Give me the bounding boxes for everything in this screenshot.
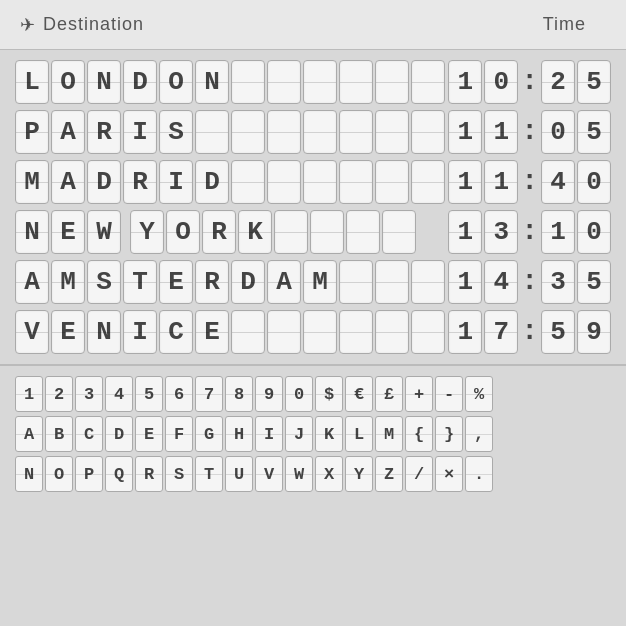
time-separator: : bbox=[521, 60, 538, 104]
flip-cell: S bbox=[159, 110, 193, 154]
flip-cell: S bbox=[87, 260, 121, 304]
time-separator: : bbox=[521, 210, 538, 254]
flip-cell: I bbox=[159, 160, 193, 204]
flip-cell bbox=[375, 310, 409, 354]
flip-cell: V bbox=[15, 310, 49, 354]
char-cell: X bbox=[315, 456, 343, 492]
time-cell: 0 bbox=[541, 110, 575, 154]
flip-cell bbox=[303, 310, 337, 354]
flip-cell bbox=[411, 260, 445, 304]
time-cell: 4 bbox=[484, 260, 518, 304]
flip-cell bbox=[303, 60, 337, 104]
char-cell: D bbox=[105, 416, 133, 452]
flip-cell bbox=[231, 60, 265, 104]
char-cell: 8 bbox=[225, 376, 253, 412]
char-cell: C bbox=[75, 416, 103, 452]
char-cell: 9 bbox=[255, 376, 283, 412]
flip-cell bbox=[339, 310, 373, 354]
destination-label: Destination bbox=[43, 14, 144, 35]
time-label: Time bbox=[543, 14, 586, 35]
flip-cell: O bbox=[166, 210, 200, 254]
char-cell: P bbox=[75, 456, 103, 492]
time-cells: 11:05 bbox=[448, 110, 611, 154]
flip-cell: E bbox=[51, 210, 85, 254]
flip-cell bbox=[375, 260, 409, 304]
char-cell: . bbox=[465, 456, 493, 492]
flip-cell bbox=[303, 110, 337, 154]
time-cell: 5 bbox=[541, 310, 575, 354]
departure-row: NEWYORK13:10 bbox=[15, 210, 611, 254]
flip-cell: W bbox=[87, 210, 121, 254]
char-row: NOPQRSTUVWXYZ/×. bbox=[15, 456, 611, 492]
destination-cells: PARIS bbox=[15, 110, 445, 154]
flip-cell bbox=[310, 210, 344, 254]
departure-row: MADRID11:40 bbox=[15, 160, 611, 204]
flip-cell bbox=[267, 160, 301, 204]
flip-cell: K bbox=[238, 210, 272, 254]
flip-cell bbox=[339, 60, 373, 104]
flip-cell: E bbox=[159, 260, 193, 304]
char-cell: Z bbox=[375, 456, 403, 492]
flip-cell bbox=[303, 160, 337, 204]
char-cell: E bbox=[135, 416, 163, 452]
destination-cells: NEWYORK bbox=[15, 210, 445, 254]
char-cell: £ bbox=[375, 376, 403, 412]
flip-cell: O bbox=[51, 60, 85, 104]
time-cell: 0 bbox=[577, 210, 611, 254]
char-cell: O bbox=[45, 456, 73, 492]
char-cell: , bbox=[465, 416, 493, 452]
time-cell: 5 bbox=[577, 110, 611, 154]
char-cell: × bbox=[435, 456, 463, 492]
char-cell: % bbox=[465, 376, 493, 412]
flip-cell bbox=[274, 210, 308, 254]
flip-cell bbox=[339, 160, 373, 204]
flip-cell bbox=[382, 210, 416, 254]
flip-cell: C bbox=[159, 310, 193, 354]
flip-cell: R bbox=[195, 260, 229, 304]
flip-cell: Y bbox=[130, 210, 164, 254]
char-cell: 4 bbox=[105, 376, 133, 412]
time-separator: : bbox=[521, 160, 538, 204]
char-cell: 5 bbox=[135, 376, 163, 412]
char-cell: - bbox=[435, 376, 463, 412]
flip-cell: L bbox=[15, 60, 49, 104]
flip-cell bbox=[231, 160, 265, 204]
char-cell: G bbox=[195, 416, 223, 452]
char-cell: I bbox=[255, 416, 283, 452]
time-cell: 5 bbox=[577, 260, 611, 304]
char-cell: K bbox=[315, 416, 343, 452]
char-row: 1234567890$€£+-% bbox=[15, 376, 611, 412]
char-cell: A bbox=[15, 416, 43, 452]
flip-cell: N bbox=[15, 210, 49, 254]
time-cell: 0 bbox=[484, 60, 518, 104]
flip-cell: I bbox=[123, 110, 157, 154]
char-cell: S bbox=[165, 456, 193, 492]
char-cell: Y bbox=[345, 456, 373, 492]
time-cell: 3 bbox=[541, 260, 575, 304]
flip-cell: N bbox=[87, 310, 121, 354]
char-cell: $ bbox=[315, 376, 343, 412]
time-cell: 1 bbox=[484, 110, 518, 154]
flip-cell bbox=[267, 60, 301, 104]
departure-row: VENICE17:59 bbox=[15, 310, 611, 354]
main-container: ✈ Destination Time LONDON10:25PARIS11:05… bbox=[0, 0, 626, 626]
time-separator: : bbox=[521, 260, 538, 304]
flip-cell: R bbox=[202, 210, 236, 254]
flip-cell bbox=[339, 110, 373, 154]
time-cell: 3 bbox=[484, 210, 518, 254]
departure-row: LONDON10:25 bbox=[15, 60, 611, 104]
char-cell: R bbox=[135, 456, 163, 492]
flip-cell bbox=[411, 160, 445, 204]
time-cells: 17:59 bbox=[448, 310, 611, 354]
char-cell: B bbox=[45, 416, 73, 452]
flip-cell bbox=[231, 110, 265, 154]
char-cell: 7 bbox=[195, 376, 223, 412]
time-cell: 1 bbox=[448, 310, 482, 354]
flip-cell bbox=[231, 310, 265, 354]
char-cell: Q bbox=[105, 456, 133, 492]
char-cell: F bbox=[165, 416, 193, 452]
departure-row: PARIS11:05 bbox=[15, 110, 611, 154]
time-cells: 14:35 bbox=[448, 260, 611, 304]
time-cell: 1 bbox=[448, 60, 482, 104]
flip-cell bbox=[339, 260, 373, 304]
